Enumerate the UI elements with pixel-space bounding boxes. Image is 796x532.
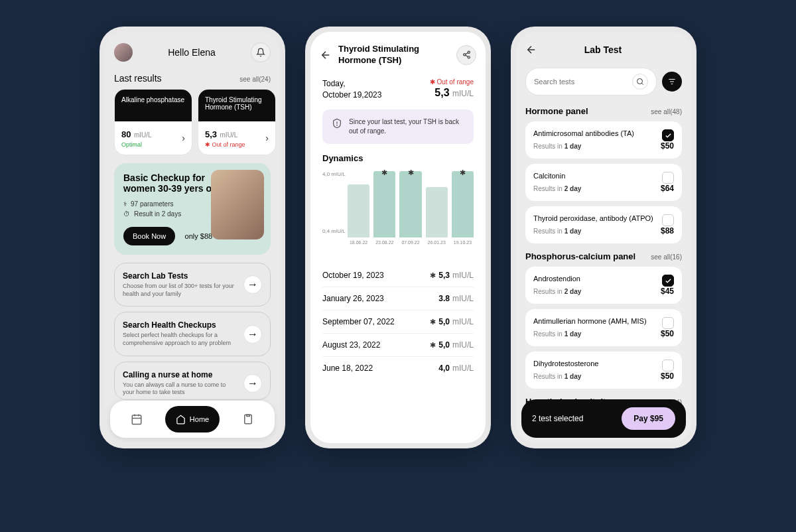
nav-search-checkups[interactable]: Search Health Checkups Select perfect he… <box>114 312 271 356</box>
home-icon <box>176 415 186 425</box>
shield-alert-icon <box>332 118 342 129</box>
history-date: January 26, 2023 <box>322 294 384 303</box>
history-date: June 18, 2022 <box>322 364 373 373</box>
share-button[interactable] <box>456 45 476 65</box>
promo-card[interactable]: Basic Checkup for women 30-39 yers old ⚕… <box>114 163 271 255</box>
result-unit: mIU/L <box>134 131 152 139</box>
back-button[interactable] <box>320 49 332 61</box>
history-unit: mIU/L <box>452 294 474 303</box>
history-list: October 19, 2023✱5,3 mIU/LJanuary 26, 20… <box>310 257 486 386</box>
lab-header: Lab Test <box>516 32 691 68</box>
tab-bar: Home <box>110 401 275 438</box>
nav-call-nurse[interactable]: Calling a nurse at home You can always c… <box>114 362 271 400</box>
test-result-time: Results in 1 day <box>533 373 581 380</box>
history-unit: mIU/L <box>452 340 474 350</box>
today-label: Today, <box>322 78 381 90</box>
history-value: 4,0 <box>438 364 450 373</box>
test-result-time: Results in 2 day <box>533 288 581 295</box>
chart-label: 26.01.23 <box>426 240 448 245</box>
test-checkbox[interactable] <box>662 360 674 371</box>
test-card[interactable]: Antimullerian hormone (AMH, MIS)Results … <box>525 309 682 346</box>
test-card[interactable]: DihydrotestosteroneResults in 1 day$50 <box>525 352 682 389</box>
avatar[interactable] <box>114 43 133 62</box>
tab-calendar[interactable] <box>123 406 150 432</box>
result-card-alkaline[interactable]: Alkaline phosphatase 80 mIU/L Optimal › <box>114 89 192 155</box>
test-result-time: Results in 2 day <box>533 185 581 192</box>
result-unit: mIU/L <box>220 131 238 139</box>
search-input[interactable] <box>534 78 627 86</box>
tab-clipboard[interactable] <box>235 406 261 432</box>
dna-icon: ⚕ <box>123 200 127 208</box>
promo-params: 97 parameters <box>131 200 173 208</box>
test-price: $50 <box>661 329 674 338</box>
history-row[interactable]: January 26, 20233.8 mIU/L <box>322 287 474 310</box>
svg-point-7 <box>463 54 465 56</box>
over-range-icon: ✱ <box>460 168 466 177</box>
chart-bar[interactable]: ✱ <box>373 171 395 237</box>
result-status: ✱ Out of range <box>205 141 245 148</box>
chevron-right-icon: › <box>265 133 269 143</box>
detail-unit: mIU/L <box>452 89 474 98</box>
check-icon <box>665 132 672 139</box>
test-checkbox[interactable] <box>662 129 674 141</box>
bell-icon <box>256 48 265 57</box>
chevron-right-icon: › <box>182 133 185 143</box>
test-checkbox[interactable] <box>662 317 674 329</box>
history-row[interactable]: September 07, 2022✱5,0 mIU/L <box>322 310 474 334</box>
over-range-icon: ✱ <box>430 341 436 350</box>
panel-title: Phosphorus-calcium panel <box>525 251 635 261</box>
svg-rect-0 <box>132 415 141 425</box>
svg-point-14 <box>637 79 643 84</box>
pay-button[interactable]: Pay $95 <box>622 407 675 430</box>
test-card[interactable]: AndrostendionResults in 2 day$45 <box>525 267 682 304</box>
test-checkbox[interactable] <box>662 214 674 226</box>
nav-sub: Choose from our list of 300+ tests for y… <box>123 283 237 298</box>
last-results-header: Last results see all(24) <box>105 73 280 89</box>
selected-count: 2 test selected <box>532 414 583 423</box>
svg-line-9 <box>465 56 468 57</box>
promo-title: Basic Checkup for women 30-39 yers old <box>123 172 223 194</box>
notifications-button[interactable] <box>251 42 271 62</box>
test-checkbox[interactable] <box>662 275 674 287</box>
tab-home[interactable]: Home <box>165 406 220 432</box>
search-box[interactable] <box>525 68 657 96</box>
arrow-right-icon: → <box>243 275 262 294</box>
history-date: October 19, 2023 <box>322 271 384 280</box>
test-card[interactable]: CalcitoninResults in 2 day$64 <box>525 164 682 201</box>
test-card[interactable]: Antimicrosomal antibodies (TA)Results in… <box>525 121 682 159</box>
nav-search-tests[interactable]: Search Lab Tests Choose from our list of… <box>114 263 271 306</box>
filter-button[interactable] <box>662 72 682 92</box>
history-row[interactable]: August 23, 2022✱5,0 mIU/L <box>322 334 474 357</box>
detail-summary: Today, October 19,2023 ✱ Out of range 5,… <box>310 78 486 107</box>
chart-bar[interactable]: ✱ <box>399 171 421 237</box>
test-card[interactable]: Thyroid peroxidase, antibody (ATPO)Resul… <box>525 206 682 243</box>
axis-bot: 0,4 mIU/L <box>322 228 346 234</box>
test-name: Dihydrotestosterone <box>533 360 674 367</box>
result-card-tsh[interactable]: Thyroid Stimulating Hormone (TSH) 5,3 mI… <box>198 89 276 155</box>
history-unit: mIU/L <box>452 364 474 373</box>
test-checkbox[interactable] <box>662 172 674 184</box>
promo-time: Result in 2 days <box>134 210 181 218</box>
test-name: Androstendion <box>533 275 674 283</box>
search-icon <box>636 78 644 86</box>
clock-icon: ⏱ <box>123 210 130 218</box>
see-all-results[interactable]: see all(24) <box>239 76 271 83</box>
result-value: 80 <box>121 129 131 139</box>
arrow-right-icon: → <box>243 374 262 393</box>
back-button[interactable] <box>525 44 537 56</box>
chart-bar[interactable] <box>348 184 369 237</box>
test-name: Thyroid peroxidase, antibody (ATPO) <box>533 214 674 222</box>
chart-bar[interactable]: ✱ <box>452 171 474 237</box>
see-all-phosphorus[interactable]: see all(16) <box>651 253 682 261</box>
test-name: Antimicrosomal antibodies (TA) <box>533 129 674 137</box>
chart-bar[interactable] <box>426 187 448 237</box>
book-now-button[interactable]: Book Now <box>123 227 175 245</box>
alert-text: Since your last test, your TSH is back o… <box>349 117 464 136</box>
chart-label: 18.06.22 <box>348 240 369 245</box>
see-all-hormone[interactable]: see all(48) <box>651 108 682 115</box>
range-status: ✱ Out of range <box>430 78 474 86</box>
search-submit[interactable] <box>632 74 648 90</box>
history-row[interactable]: October 19, 2023✱5,3 mIU/L <box>322 264 474 287</box>
test-name: Antimullerian hormone (AMH, MIS) <box>533 317 674 325</box>
history-row[interactable]: June 18, 20224,0 mIU/L <box>322 357 474 379</box>
